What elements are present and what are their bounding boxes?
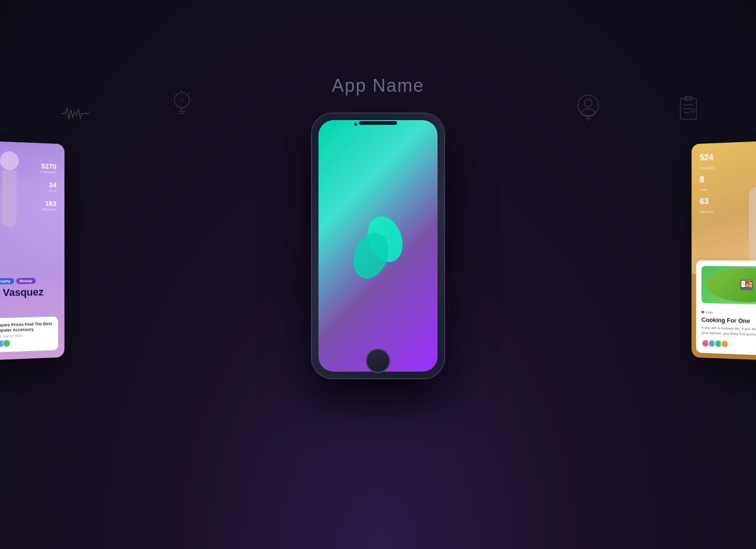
svg-line-8 xyxy=(189,93,190,94)
product-date: Added: July 28, 2016 xyxy=(0,333,54,338)
product-card: K-POP Compare Prices Find The Best Compu… xyxy=(0,316,58,354)
henry-stats: 524 Followers 8 Post 63 Reviews xyxy=(700,152,715,218)
iphone-camera xyxy=(354,123,357,126)
profile-stats: 5270 Followers 34 Post 163 Reviews xyxy=(41,162,56,211)
waveform-icon xyxy=(61,104,90,125)
post-title: Cooking For One xyxy=(702,316,756,325)
svg-point-12 xyxy=(584,99,592,107)
lightbulb-icon xyxy=(170,90,194,120)
iphone-screen xyxy=(318,120,438,372)
iphone-home-button[interactable] xyxy=(366,349,390,373)
profile-tags: Fashion Photography Beauty xyxy=(0,278,36,285)
iphone-notch xyxy=(359,121,397,125)
iphone-device xyxy=(312,113,444,378)
post-viewers xyxy=(702,339,756,351)
svg-line-7 xyxy=(174,93,175,94)
apple-logo xyxy=(350,213,406,286)
clipboard-icon xyxy=(678,95,699,123)
screen-profile-blanche: 5270 Followers 34 Post 163 Reviews ‹ Fas… xyxy=(0,139,64,362)
cooking-image: 🍱 xyxy=(702,266,756,305)
model-photo: 5270 Followers 34 Post 163 Reviews ‹ xyxy=(0,139,64,275)
person-pin-icon xyxy=(576,94,600,124)
avatar-3 xyxy=(3,340,10,348)
svg-point-11 xyxy=(578,95,599,116)
post-description: If you are a culinary fan, if you like t… xyxy=(702,325,756,338)
screen-profile-henry: 524 Followers 8 Post 63 Reviews Henry Ro… xyxy=(692,139,756,362)
viewer-avatar-4 xyxy=(721,340,729,348)
product-title: Compare Prices Find The Best Computer Ac… xyxy=(0,321,54,334)
henry-hero-photo: 524 Followers 8 Post 63 Reviews xyxy=(692,139,756,275)
profile-name: Blanche Vasquez xyxy=(0,286,43,300)
screens-container: 👤 Linnie Ramsey 221-067-4004 📞 xyxy=(94,128,662,459)
app-title: App Name xyxy=(332,76,424,96)
live-badge: Live xyxy=(702,310,713,314)
cooking-post-card: 🍱 Live Cooking For One If you are a culi… xyxy=(696,261,756,357)
